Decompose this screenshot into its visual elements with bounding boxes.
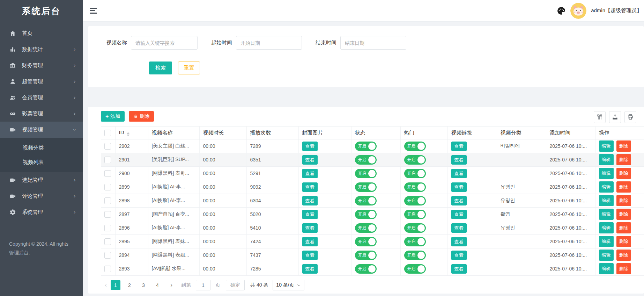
status-toggle[interactable]: 开启 (355, 142, 377, 151)
sidebar-item-1[interactable]: 数据统计› (0, 41, 83, 57)
link-view-button[interactable]: 查看 (451, 223, 467, 233)
delete-button[interactable]: 删除 (616, 195, 631, 206)
sidebar-item-9[interactable]: 系统管理› (0, 204, 83, 220)
link-view-button[interactable]: 查看 (451, 182, 467, 192)
delete-button[interactable]: 删除 (616, 181, 631, 193)
add-button[interactable]: +添加 (101, 111, 125, 122)
hot-toggle[interactable]: 开启 (404, 196, 426, 205)
delete-button[interactable]: 删除 (616, 236, 631, 247)
status-toggle[interactable]: 开启 (355, 223, 377, 233)
status-toggle[interactable]: 开启 (355, 264, 377, 274)
link-view-button[interactable]: 查看 (451, 251, 467, 260)
status-toggle[interactable]: 开启 (355, 155, 377, 165)
edit-button[interactable]: 编辑 (599, 250, 614, 261)
start-date-input[interactable] (236, 36, 302, 50)
bulk-delete-button[interactable]: 删除 (129, 111, 154, 122)
row-checkbox[interactable] (104, 143, 111, 150)
sidebar-subitem-1[interactable]: 视频列表 (0, 155, 83, 169)
hot-toggle[interactable]: 开启 (404, 169, 426, 178)
hot-toggle[interactable]: 开启 (404, 142, 426, 151)
delete-button[interactable]: 删除 (616, 222, 631, 233)
hot-toggle[interactable]: 开启 (404, 251, 426, 260)
link-view-button[interactable]: 查看 (451, 169, 467, 178)
sidebar-item-3[interactable]: 超管管理› (0, 73, 83, 89)
row-checkbox[interactable] (104, 157, 111, 163)
edit-button[interactable]: 编辑 (599, 222, 614, 233)
print-icon[interactable] (624, 111, 636, 123)
hot-toggle[interactable]: 开启 (404, 210, 426, 219)
goto-confirm-button[interactable]: 确定 (226, 280, 245, 290)
edit-button[interactable]: 编辑 (599, 154, 614, 165)
row-checkbox[interactable] (104, 211, 111, 218)
link-view-button[interactable]: 查看 (451, 142, 467, 151)
delete-button[interactable]: 删除 (616, 263, 631, 274)
link-view-button[interactable]: 查看 (451, 155, 467, 165)
cover-view-button[interactable]: 查看 (302, 196, 318, 205)
video-name-input[interactable] (131, 36, 198, 50)
status-toggle[interactable]: 开启 (355, 196, 377, 205)
per-page-select[interactable]: 10 条/页 (273, 280, 304, 290)
link-view-button[interactable]: 查看 (451, 196, 467, 205)
row-checkbox[interactable] (104, 197, 111, 204)
page-number-4[interactable]: 4 (153, 280, 162, 290)
row-checkbox[interactable] (104, 184, 111, 190)
row-checkbox[interactable] (104, 252, 111, 259)
page-number-3[interactable]: 3 (139, 280, 148, 290)
sidebar-item-4[interactable]: 会员管理› (0, 89, 83, 106)
status-toggle[interactable]: 开启 (355, 251, 377, 260)
palette-icon[interactable] (557, 6, 566, 15)
sidebar-subitem-0[interactable]: 视频分类 (0, 140, 83, 155)
cover-view-button[interactable]: 查看 (302, 182, 318, 192)
page-number-2[interactable]: 2 (125, 280, 134, 290)
row-checkbox[interactable] (104, 170, 111, 177)
current-user[interactable]: admin【超级管理员】 (591, 7, 642, 14)
prev-page-icon[interactable]: ‹ (101, 280, 111, 290)
delete-button[interactable]: 删除 (616, 140, 631, 152)
sidebar-item-7[interactable]: 选妃管理› (0, 172, 83, 188)
sidebar-item-2[interactable]: 财务管理› (0, 57, 83, 73)
cover-view-button[interactable]: 查看 (302, 142, 318, 151)
sort-icon[interactable] (127, 132, 129, 136)
sidebar-item-5[interactable]: 彩票管理› (0, 106, 83, 122)
cover-view-button[interactable]: 查看 (302, 264, 318, 274)
delete-button[interactable]: 删除 (616, 250, 631, 261)
row-checkbox[interactable] (104, 225, 111, 231)
end-date-input[interactable] (340, 36, 406, 50)
cover-view-button[interactable]: 查看 (302, 237, 318, 246)
status-toggle[interactable]: 开启 (355, 182, 377, 192)
sidebar-item-8[interactable]: 评论管理› (0, 188, 83, 204)
row-checkbox[interactable] (104, 266, 111, 272)
page-number-1[interactable]: 1 (111, 280, 120, 290)
status-toggle[interactable]: 开启 (355, 237, 377, 246)
sidebar-item-6[interactable]: 视频管理› (0, 122, 83, 138)
menu-icon[interactable] (90, 7, 99, 15)
export-icon[interactable] (609, 111, 621, 123)
edit-button[interactable]: 编辑 (599, 181, 614, 193)
hot-toggle[interactable]: 开启 (404, 223, 426, 233)
hot-toggle[interactable]: 开启 (404, 237, 426, 246)
cover-view-button[interactable]: 查看 (302, 155, 318, 165)
cover-view-button[interactable]: 查看 (302, 169, 318, 178)
avatar[interactable] (570, 3, 586, 19)
cover-view-button[interactable]: 查看 (302, 210, 318, 219)
delete-button[interactable]: 删除 (616, 154, 631, 165)
row-checkbox[interactable] (104, 238, 111, 245)
edit-button[interactable]: 编辑 (599, 263, 614, 274)
hot-toggle[interactable]: 开启 (404, 182, 426, 192)
link-view-button[interactable]: 查看 (451, 210, 467, 219)
column-header-0[interactable]: ID (115, 127, 148, 139)
select-all-checkbox[interactable] (104, 130, 111, 136)
columns-icon[interactable] (594, 111, 606, 123)
sidebar-item-0[interactable]: 首页 (0, 25, 83, 41)
edit-button[interactable]: 编辑 (599, 209, 614, 220)
cover-view-button[interactable]: 查看 (302, 251, 318, 260)
cover-view-button[interactable]: 查看 (302, 223, 318, 233)
status-toggle[interactable]: 开启 (355, 210, 377, 219)
hot-toggle[interactable]: 开启 (404, 264, 426, 274)
link-view-button[interactable]: 查看 (451, 264, 467, 274)
edit-button[interactable]: 编辑 (599, 195, 614, 206)
hot-toggle[interactable]: 开启 (404, 155, 426, 165)
edit-button[interactable]: 编辑 (599, 236, 614, 247)
reset-button[interactable]: 重置 (178, 62, 200, 74)
search-button[interactable]: 检索 (149, 62, 172, 74)
